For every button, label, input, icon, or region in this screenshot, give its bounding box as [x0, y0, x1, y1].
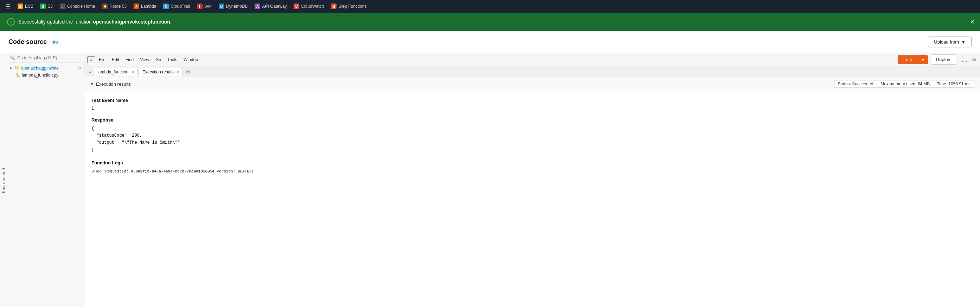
- editor-area: Environment 🔍 ▶ 📁 openaichatgpinvoke ⚙ 🐍…: [0, 54, 980, 307]
- toolbar-arrow-button[interactable]: ▲: [87, 56, 95, 63]
- toolbar-window[interactable]: Window: [181, 56, 202, 63]
- s3-icon: S: [40, 3, 46, 9]
- cloudwatch-icon: C: [294, 3, 299, 9]
- test-dropdown-button[interactable]: ▼: [918, 55, 928, 64]
- route53-icon: R: [102, 3, 108, 9]
- lambda-label: Lambda: [141, 4, 156, 9]
- test-event-name-label: Test Event Name: [91, 97, 973, 104]
- nav-item-dynamodb[interactable]: D DynamoDB: [216, 2, 250, 11]
- cloudwatch-label: CloudWatch: [301, 4, 324, 9]
- time-label: Time:: [937, 81, 947, 86]
- code-editor-panel: ▲ File Edit Find View Go Tools Window Te…: [84, 54, 980, 307]
- stepfunctions-label: Step Functions: [338, 4, 366, 9]
- toolbar-file[interactable]: File: [96, 56, 108, 63]
- tab-lambda-label: lambda_function.: [97, 70, 129, 74]
- check-icon: ✓: [7, 18, 15, 25]
- execution-title-label: Execution results: [96, 81, 131, 87]
- toolbar-edit[interactable]: Edit: [109, 56, 122, 63]
- banner-prefix: Successfully updated the function: [18, 19, 93, 25]
- apigateway-label: API Gateway: [262, 4, 286, 9]
- dynamo-label: DynamoDB: [226, 4, 248, 9]
- function-logs-label: Function Logs: [91, 159, 973, 167]
- toolbar-tools[interactable]: Tools: [165, 56, 180, 63]
- file-item-lambda[interactable]: 🐍 lambda_function.py: [7, 72, 84, 79]
- banner-close-button[interactable]: ×: [970, 18, 974, 25]
- banner-suffix: .: [170, 19, 172, 25]
- info-link[interactable]: Info: [50, 40, 58, 44]
- editor-tabs: ≡ lambda_function. × Execution results ×…: [84, 66, 980, 77]
- function-logs-value: START RequestId: 950a9f1b-847a-4a9e-bd7b…: [91, 168, 973, 175]
- lambda-icon: λ: [134, 3, 139, 9]
- status-text-label: Status:: [838, 81, 851, 86]
- code-source-header: Code source Info Upload from ▼: [0, 31, 980, 54]
- collapse-arrow-icon[interactable]: ▼: [90, 82, 94, 86]
- tab-execution-close[interactable]: ×: [177, 70, 179, 74]
- console-label: Console Home: [67, 4, 95, 9]
- toolbar-find[interactable]: Find: [123, 56, 137, 63]
- search-icon: 🔍: [10, 55, 15, 60]
- tab-lambda-close[interactable]: ×: [132, 70, 134, 74]
- nav-item-ec2[interactable]: E EC2: [15, 2, 36, 11]
- tab-add-button[interactable]: ⊕: [183, 68, 192, 76]
- editor-toolbar: ▲ File Edit Find View Go Tools Window Te…: [84, 54, 980, 66]
- time-badge: Time: 1058.91 ms: [933, 80, 974, 88]
- execution-results-panel: ▼ Execution results Status: Succeeded Ma…: [84, 77, 980, 307]
- execution-results-header: ▼ Execution results Status: Succeeded Ma…: [84, 77, 980, 91]
- upload-btn-label: Upload from: [934, 40, 959, 44]
- fullscreen-button[interactable]: ⛶: [961, 56, 968, 63]
- execution-results-body: Test Event Name 1 Response { "statusCode…: [84, 91, 980, 180]
- expand-arrow-icon: ▶: [10, 66, 13, 70]
- settings-button[interactable]: ⚙: [971, 55, 977, 63]
- nav-item-s3[interactable]: S S3: [37, 2, 56, 11]
- nav-item-console[interactable]: ⌂ Console Home: [57, 2, 98, 11]
- nav-item-cloudwatch[interactable]: C CloudWatch: [291, 2, 327, 11]
- memory-badge: Max memory used: 64 MB: [877, 80, 933, 88]
- nav-item-route53[interactable]: R Route 53: [99, 2, 129, 11]
- tab-icon: ≡: [87, 69, 93, 74]
- search-input[interactable]: [17, 55, 81, 60]
- code-source-title: Code source Info: [8, 38, 58, 46]
- toolbar-go[interactable]: Go: [153, 56, 164, 63]
- memory-label: Max memory used:: [880, 81, 916, 86]
- nav-item-cloudtrail[interactable]: C CloudTrail: [160, 2, 192, 11]
- main-content: Code source Info Upload from ▼ Environme…: [0, 31, 980, 307]
- status-value: Succeeded: [852, 81, 873, 86]
- upload-from-button[interactable]: Upload from ▼: [928, 36, 972, 47]
- deploy-button[interactable]: Deploy: [930, 54, 956, 65]
- file-tree-panel: 🔍 ▶ 📁 openaichatgpinvoke ⚙ 🐍 lambda_func…: [7, 54, 84, 307]
- stepfunctions-icon: S: [331, 3, 337, 9]
- response-label: Response: [91, 116, 973, 124]
- upload-dropdown-icon: ▼: [961, 40, 966, 44]
- tab-execution-label: Execution results: [142, 70, 174, 74]
- ec2-icon: E: [18, 3, 23, 9]
- nav-item-iam[interactable]: I IAM: [194, 2, 215, 11]
- python-file-icon: 🐍: [16, 73, 21, 78]
- tab-lambda-function[interactable]: lambda_function. ×: [94, 68, 138, 76]
- cloudtrail-icon: C: [163, 3, 169, 9]
- test-button-group: Test ▼ Deploy: [898, 54, 956, 65]
- tab-execution-results[interactable]: Execution results ×: [138, 68, 183, 76]
- test-event-name-value: 1: [91, 105, 973, 112]
- gear-icon[interactable]: ⚙: [77, 66, 81, 71]
- memory-value: 64 MB: [918, 81, 930, 86]
- folder-item[interactable]: ▶ 📁 openaichatgpinvoke ⚙: [7, 64, 84, 72]
- nav-item-apigateway[interactable]: A API Gateway: [252, 2, 290, 11]
- success-banner: ✓ Successfully updated the function open…: [0, 13, 980, 31]
- route53-label: Route 53: [109, 4, 127, 9]
- apigateway-icon: A: [255, 3, 260, 9]
- response-code: { "statusCode": 200, "output": "\"The Na…: [91, 125, 973, 154]
- banner-message: Successfully updated the function openai…: [18, 19, 973, 25]
- top-navigation: ☰ E EC2 S S3 ⌂ Console Home R Route 53 λ…: [0, 0, 980, 13]
- test-button[interactable]: Test: [898, 55, 918, 64]
- hamburger-menu[interactable]: ☰: [3, 2, 13, 11]
- code-source-heading: Code source: [8, 38, 47, 46]
- toolbar-view[interactable]: View: [137, 56, 152, 63]
- toolbar-right-icons: ⛶ ⚙: [961, 55, 977, 63]
- banner-function-name: openaichatgpinvokestepfunction: [93, 19, 170, 25]
- dynamo-icon: D: [219, 3, 224, 9]
- s3-label: S3: [48, 4, 53, 9]
- nav-item-stepfunctions[interactable]: S Step Functions: [328, 2, 369, 11]
- console-icon: ⌂: [60, 3, 65, 9]
- file-name: lambda_function.py: [22, 73, 58, 78]
- nav-item-lambda[interactable]: λ Lambda: [131, 2, 159, 11]
